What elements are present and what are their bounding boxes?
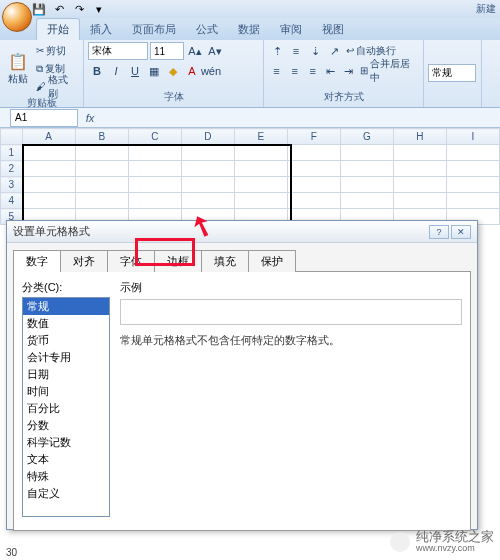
decrease-font-icon[interactable]: A▾ [206, 42, 224, 60]
align-middle-icon[interactable]: ≡ [287, 42, 305, 60]
dialog-tab-protection[interactable]: 保护 [248, 250, 296, 272]
font-size-combo[interactable]: 11 [150, 42, 184, 60]
category-item[interactable]: 常规 [23, 298, 109, 315]
ribbon-tab-insert[interactable]: 插入 [80, 19, 122, 40]
category-item[interactable]: 分数 [23, 417, 109, 434]
format-painter-button[interactable]: 🖌格式刷 [34, 78, 79, 95]
clipboard-icon: 📋 [8, 51, 28, 71]
ribbon-tab-formulas[interactable]: 公式 [186, 19, 228, 40]
ribbon-tab-page-layout[interactable]: 页面布局 [122, 19, 186, 40]
font-family-combo[interactable]: 宋体 [88, 42, 148, 60]
category-item[interactable]: 文本 [23, 451, 109, 468]
category-item[interactable]: 百分比 [23, 400, 109, 417]
decrease-indent-icon[interactable]: ⇤ [322, 62, 339, 80]
row-header[interactable]: 3 [1, 177, 23, 193]
ribbon-tab-home[interactable]: 开始 [36, 18, 80, 40]
font-color-button[interactable]: A [183, 62, 201, 80]
worksheet-grid[interactable]: A B C D E F G H I 1 2 3 4 5 [0, 128, 500, 225]
category-label: 分类(C): [22, 280, 110, 295]
dialog-body: 分类(C): 常规 数值 货币 会计专用 日期 时间 百分比 分数 科学记数 文… [13, 271, 471, 531]
row-header[interactable]: 4 [1, 193, 23, 209]
number-group-label [428, 103, 477, 105]
number-format-combo[interactable]: 常规 [428, 64, 476, 82]
paste-label: 粘贴 [8, 72, 28, 86]
merge-icon: ⊞ [360, 65, 368, 76]
border-button[interactable]: ▦ [145, 62, 163, 80]
font-group-label: 字体 [88, 89, 259, 105]
col-header[interactable]: E [234, 129, 287, 145]
align-top-icon[interactable]: ⇡ [268, 42, 286, 60]
increase-indent-icon[interactable]: ⇥ [340, 62, 357, 80]
help-button[interactable]: ? [429, 225, 449, 239]
dialog-tab-fill[interactable]: 填充 [201, 250, 249, 272]
align-bottom-icon[interactable]: ⇣ [306, 42, 324, 60]
formula-bar-row: A1 fx [0, 108, 500, 128]
underline-button[interactable]: U [126, 62, 144, 80]
col-header[interactable]: C [128, 129, 181, 145]
undo-icon[interactable]: ↶ [50, 1, 68, 17]
dialog-tab-font[interactable]: 字体 [107, 250, 155, 272]
scissors-icon: ✂ [36, 45, 44, 56]
orientation-icon[interactable]: ↗ [325, 42, 343, 60]
row-header[interactable]: 2 [1, 161, 23, 177]
dialog-title-text: 设置单元格格式 [13, 224, 90, 239]
col-header[interactable]: I [446, 129, 499, 145]
category-item[interactable]: 数值 [23, 315, 109, 332]
category-item[interactable]: 会计专用 [23, 349, 109, 366]
save-icon[interactable]: 💾 [30, 1, 48, 17]
category-item[interactable]: 科学记数 [23, 434, 109, 451]
document-title: 新建 [476, 2, 496, 16]
dialog-tab-border[interactable]: 边框 [154, 250, 202, 272]
col-header[interactable]: F [287, 129, 340, 145]
col-header[interactable]: H [393, 129, 446, 145]
qat-dropdown-icon[interactable]: ▾ [90, 1, 108, 17]
ribbon: 📋 粘贴 ✂剪切 ⧉复制 🖌格式刷 剪贴板 宋体 11 A▴ A▾ B I U [0, 40, 500, 108]
ribbon-tab-review[interactable]: 审阅 [270, 19, 312, 40]
align-right-icon[interactable]: ≡ [304, 62, 321, 80]
paste-button[interactable]: 📋 粘贴 [4, 49, 32, 88]
row-header[interactable]: 1 [1, 145, 23, 161]
col-header[interactable]: B [75, 129, 128, 145]
category-item[interactable]: 时间 [23, 383, 109, 400]
merge-center-button[interactable]: ⊞合并后居中 [358, 62, 419, 79]
col-header[interactable]: D [181, 129, 234, 145]
fx-icon[interactable]: fx [82, 112, 98, 124]
align-center-icon[interactable]: ≡ [286, 62, 303, 80]
brush-icon: 🖌 [36, 81, 46, 92]
dialog-titlebar[interactable]: 设置单元格格式 ? ✕ [7, 221, 477, 243]
name-box[interactable]: A1 [10, 109, 78, 127]
watermark-line2: www.nvzy.com [416, 544, 494, 554]
category-item[interactable]: 货币 [23, 332, 109, 349]
category-item[interactable]: 日期 [23, 366, 109, 383]
align-left-icon[interactable]: ≡ [268, 62, 285, 80]
category-item[interactable]: 自定义 [23, 485, 109, 502]
dialog-tab-strip: 数字 对齐 字体 边框 填充 保护 [7, 243, 477, 271]
italic-button[interactable]: I [107, 62, 125, 80]
cut-button[interactable]: ✂剪切 [34, 42, 79, 59]
ribbon-tab-view[interactable]: 视图 [312, 19, 354, 40]
phonetic-button[interactable]: wén [202, 62, 220, 80]
format-cells-dialog: 设置单元格格式 ? ✕ 数字 对齐 字体 边框 填充 保护 分类(C): 常规 … [6, 220, 478, 530]
col-header[interactable]: G [340, 129, 393, 145]
category-item[interactable]: 特殊 [23, 468, 109, 485]
watermark-logo-icon [390, 532, 410, 552]
redo-icon[interactable]: ↷ [70, 1, 88, 17]
fill-color-button[interactable]: ◆ [164, 62, 182, 80]
dialog-tab-number[interactable]: 数字 [13, 250, 61, 272]
ribbon-tab-data[interactable]: 数据 [228, 19, 270, 40]
watermark-line1: 纯净系统之家 [416, 530, 494, 544]
select-all-corner[interactable] [1, 129, 23, 145]
increase-font-icon[interactable]: A▴ [186, 42, 204, 60]
quick-access-toolbar: 💾 ↶ ↷ ▾ [30, 1, 108, 17]
alignment-group-label: 对齐方式 [268, 89, 419, 105]
category-listbox[interactable]: 常规 数值 货币 会计专用 日期 时间 百分比 分数 科学记数 文本 特殊 自定… [22, 297, 110, 517]
bold-button[interactable]: B [88, 62, 106, 80]
ribbon-tab-strip: 开始 插入 页面布局 公式 数据 审阅 视图 [0, 18, 500, 40]
close-button[interactable]: ✕ [451, 225, 471, 239]
col-header[interactable]: A [22, 129, 75, 145]
office-button[interactable] [2, 2, 32, 32]
copy-icon: ⧉ [36, 63, 43, 75]
wrap-icon: ↩ [346, 45, 354, 56]
format-description: 常规单元格格式不包含任何特定的数字格式。 [120, 333, 462, 348]
dialog-tab-alignment[interactable]: 对齐 [60, 250, 108, 272]
